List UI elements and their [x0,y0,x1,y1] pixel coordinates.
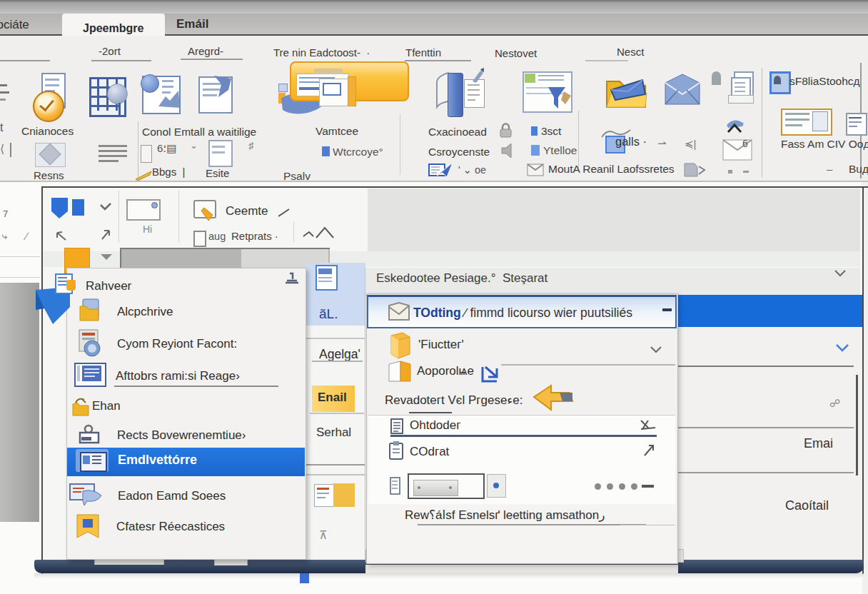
svg-text:6: 6 [742,138,748,149]
